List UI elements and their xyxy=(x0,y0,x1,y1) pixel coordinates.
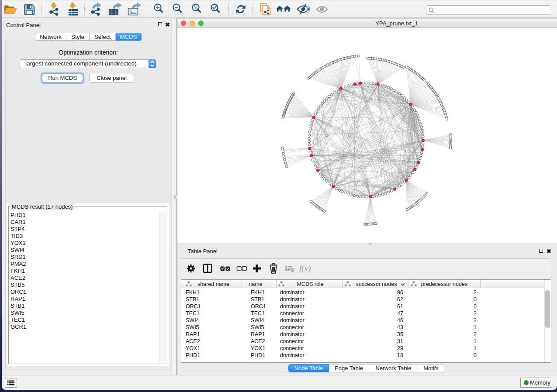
svg-text:f(x): f(x) xyxy=(299,264,311,273)
